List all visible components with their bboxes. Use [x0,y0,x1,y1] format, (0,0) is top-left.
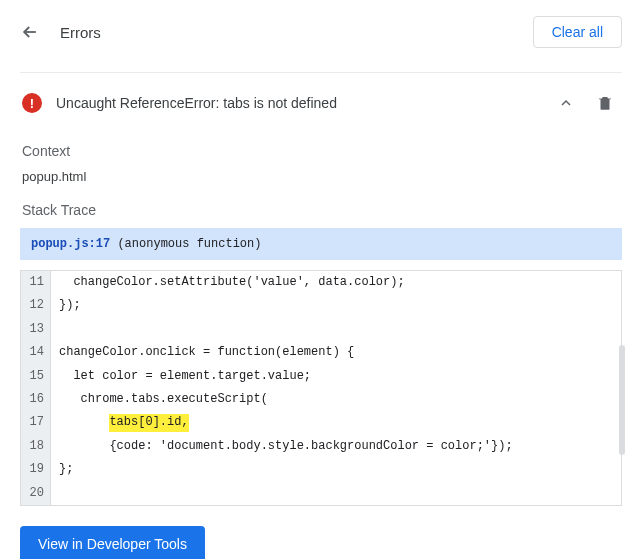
header-left: Errors [20,22,101,42]
context-label: Context [22,143,620,159]
code-text: }; [51,458,621,481]
trash-icon[interactable] [596,94,614,112]
scrollbar-thumb[interactable] [619,345,625,455]
code-text: {code: 'document.body.style.backgroundCo… [51,435,621,458]
code-line: 11 changeColor.setAttribute('value', dat… [21,271,621,294]
code-text: }); [51,294,621,317]
code-line: 17 tabs[0].id, [21,411,621,434]
code-line: 13 [21,318,621,341]
line-number: 15 [21,365,51,388]
clear-all-button[interactable]: Clear all [533,16,622,48]
code-text: changeColor.setAttribute('value', data.c… [51,271,621,294]
code-text: chrome.tabs.executeScript( [51,388,621,411]
code-text: let color = element.target.value; [51,365,621,388]
chevron-up-icon[interactable] [558,95,574,111]
error-row-left: ! Uncaught ReferenceError: tabs is not d… [22,93,337,113]
line-number: 20 [21,482,51,505]
page-header: Errors Clear all [20,16,622,72]
line-number: 19 [21,458,51,481]
stack-trace-header[interactable]: popup.js:17 (anonymous function) [20,228,622,260]
code-text: tabs[0].id, [51,411,621,434]
code-text: changeColor.onclick = function(element) … [51,341,621,364]
context-value: popup.html [22,169,620,184]
line-number: 13 [21,318,51,341]
page-title: Errors [60,24,101,41]
highlighted-code: tabs[0].id, [109,414,188,431]
trace-func: (anonymous function) [117,237,261,251]
line-number: 12 [21,294,51,317]
error-title: Uncaught ReferenceError: tabs is not def… [56,95,337,111]
code-line: 18 {code: 'document.body.style.backgroun… [21,435,621,458]
line-number: 16 [21,388,51,411]
code-wrapper: 11 changeColor.setAttribute('value', dat… [20,270,622,506]
line-number: 11 [21,271,51,294]
line-number: 17 [21,411,51,434]
code-text [51,482,621,505]
stack-trace-label: Stack Trace [22,202,620,218]
line-number: 18 [21,435,51,458]
code-text [51,318,621,341]
code-line: 14changeColor.onclick = function(element… [21,341,621,364]
line-number: 14 [21,341,51,364]
error-row: ! Uncaught ReferenceError: tabs is not d… [20,79,622,125]
code-line: 19}; [21,458,621,481]
code-line: 16 chrome.tabs.executeScript( [21,388,621,411]
view-devtools-button[interactable]: View in Developer Tools [20,526,205,559]
error-row-right [558,94,614,112]
back-arrow-icon[interactable] [20,22,40,42]
code-line: 20 [21,482,621,505]
error-icon: ! [22,93,42,113]
code-line: 15 let color = element.target.value; [21,365,621,388]
code-block: 11 changeColor.setAttribute('value', dat… [20,270,622,506]
divider [20,72,622,73]
trace-file-ref: popup.js:17 [31,237,110,251]
code-line: 12}); [21,294,621,317]
